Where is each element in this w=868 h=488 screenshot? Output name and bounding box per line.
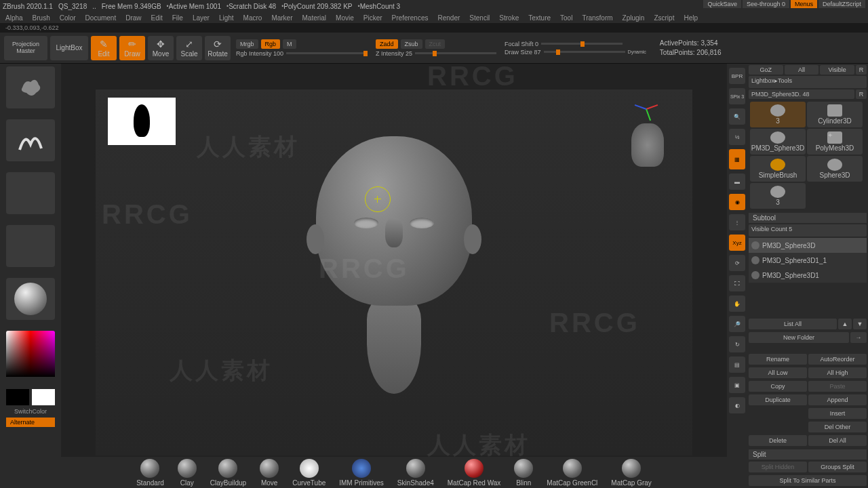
stroke-thumb[interactable] <box>6 119 55 161</box>
mat-claybuildup[interactable]: ClayBuildup <box>210 459 246 487</box>
newfolder-button[interactable]: New Folder <box>749 332 849 343</box>
brush-thumb[interactable] <box>6 66 55 108</box>
visible-button[interactable]: Visible <box>820 65 854 75</box>
subtool-item[interactable]: PM3D_Sphere3D1 <box>749 268 867 283</box>
menu-document[interactable]: Document <box>85 14 117 22</box>
listall-button[interactable]: List All <box>749 319 837 329</box>
copy-button[interactable]: Copy <box>749 381 807 392</box>
subtool-item[interactable]: PM3D_Sphere3D <box>749 238 867 253</box>
rotate-view-button[interactable]: ↻ <box>729 336 745 352</box>
spix-button[interactable]: SPix 3 <box>729 88 745 104</box>
menu-color[interactable]: Color <box>60 14 76 22</box>
defaultzscript-button[interactable]: DefaultZScript <box>818 0 865 8</box>
frame-button[interactable]: ⛶ <box>729 275 745 291</box>
menu-stroke[interactable]: Stroke <box>499 14 519 22</box>
swatch-black[interactable] <box>6 389 29 405</box>
mrgb-button[interactable]: Mrgb <box>236 39 258 49</box>
menu-render[interactable]: Render <box>438 14 460 22</box>
texture-thumb[interactable] <box>6 225 55 267</box>
reference-thumbnail[interactable] <box>108 98 176 145</box>
load-tool[interactable]: PM3D_Sphere3D. 48 <box>749 89 854 99</box>
local-button[interactable]: ◉ <box>729 194 745 210</box>
rotate-button[interactable]: ⟳Rotate <box>205 36 231 60</box>
tool-cylinder[interactable]: Cylinder3D <box>807 102 863 127</box>
zadd-button[interactable]: Zadd <box>376 39 398 49</box>
mat-clay[interactable]: Clay <box>178 459 197 487</box>
menu-tool[interactable]: Tool <box>560 14 572 22</box>
menu-preferences[interactable]: Preferences <box>392 14 429 22</box>
tool-sphere1[interactable]: PM3D_Sphere3D <box>750 129 806 155</box>
subtool-header[interactable]: Subtool <box>749 213 867 223</box>
move-view-button[interactable]: ✋ <box>729 296 745 312</box>
menu-picker[interactable]: Picker <box>363 14 382 22</box>
subtool-item[interactable]: PM3D_Sphere3D1_1 <box>749 253 867 268</box>
menu-movie[interactable]: Movie <box>336 14 354 22</box>
transp-button[interactable]: ◐ <box>729 397 745 413</box>
down-icon[interactable]: ▼ <box>853 319 867 329</box>
mat-blinn[interactable]: Blinn <box>514 459 533 487</box>
bpr-button[interactable]: BPR <box>729 68 745 84</box>
autoreorder-button[interactable]: AutoReorder <box>808 354 867 365</box>
xyz-button[interactable]: Xyz <box>729 235 745 251</box>
menu-edit[interactable]: Edit <box>151 14 163 22</box>
z-intensity-slider[interactable] <box>415 52 496 54</box>
mat-curvetube[interactable]: CurveTube <box>292 459 326 487</box>
viewport[interactable] <box>96 89 692 455</box>
menu-brush[interactable]: Brush <box>33 14 50 22</box>
switchcolor-label[interactable]: SwitchColor <box>14 408 47 415</box>
camera-indicator[interactable] <box>631 123 664 167</box>
menu-layer[interactable]: Layer <box>193 14 210 22</box>
move-button[interactable]: ✥Move <box>148 36 174 60</box>
material-thumb[interactable] <box>6 278 55 320</box>
append-button[interactable]: Append <box>808 394 867 405</box>
alternate-button[interactable]: Alternate <box>6 418 55 427</box>
lightbox-tools[interactable]: Lightbox▸Tools <box>749 76 867 88</box>
menu-zscript[interactable]: Zscript <box>654 14 674 22</box>
rgb-intensity-slider[interactable] <box>286 52 368 54</box>
splithidden-button[interactable]: Split Hidden <box>749 462 807 472</box>
dynamic-label[interactable]: Dynamic <box>628 49 646 54</box>
alllow-button[interactable]: All Low <box>749 367 807 378</box>
m-button[interactable]: M <box>283 39 296 49</box>
insert-button[interactable]: Insert <box>808 408 867 419</box>
goz-button[interactable]: GoZ <box>749 65 783 75</box>
menu-macro[interactable]: Macro <box>243 14 262 22</box>
menu-transform[interactable]: Transform <box>582 14 612 22</box>
color-picker[interactable] <box>6 331 55 377</box>
lightbox-button[interactable]: LightBox <box>50 36 88 60</box>
allhigh-button[interactable]: All High <box>808 367 867 378</box>
menu-draw[interactable]: Draw <box>125 14 141 22</box>
aahalf-button[interactable]: ½ <box>729 129 745 145</box>
menu-texture[interactable]: Texture <box>528 14 551 22</box>
zcut-button[interactable]: Zcut <box>425 39 446 49</box>
tool-current[interactable]: 3 <box>750 102 806 127</box>
tool-polymesh[interactable]: ✦PolyMesh3D <box>807 129 863 155</box>
zsub-button[interactable]: Zsub <box>401 39 422 49</box>
swatch-white[interactable] <box>32 389 55 405</box>
edit-button[interactable]: ✎Edit <box>91 36 117 60</box>
sculpt-mesh[interactable] <box>316 136 472 394</box>
mat-skinshade[interactable]: SkinShade4 <box>397 459 434 487</box>
tool-sphere2[interactable]: 3 <box>750 183 806 209</box>
menu-help[interactable]: Help <box>684 14 698 22</box>
canvas-area[interactable]: RRCG RRCG RRCG RRCG 人人素材 人人素材 人人素材 <box>61 64 727 488</box>
split-header[interactable]: Split <box>749 449 867 460</box>
splitsimilar-button[interactable]: Split To Similar Parts <box>749 475 867 486</box>
cycle-button[interactable]: ⟳ <box>729 255 745 271</box>
mat-move[interactable]: Move <box>260 459 279 487</box>
tool-simplebrush[interactable]: SimpleBrush <box>750 156 806 182</box>
r-button[interactable]: R <box>856 65 867 75</box>
delall-button[interactable]: Del All <box>808 435 867 446</box>
delother-button[interactable]: Del Other <box>808 422 867 432</box>
rgb-button[interactable]: Rgb <box>261 39 281 49</box>
floor-button[interactable]: ▬ <box>729 174 745 190</box>
all-button[interactable]: All <box>785 65 819 75</box>
paste-button[interactable]: Paste <box>808 381 867 392</box>
tool-sphere3d[interactable]: Sphere3D <box>807 156 863 182</box>
actual-button[interactable]: 🔍 <box>729 108 745 125</box>
menu-file[interactable]: File <box>172 14 183 22</box>
scale-button[interactable]: ⤢Scale <box>176 36 202 60</box>
draw-button[interactable]: ✏Draw <box>119 36 145 60</box>
menu-light[interactable]: Light <box>219 14 234 22</box>
menu-zplugin[interactable]: Zplugin <box>623 14 645 22</box>
